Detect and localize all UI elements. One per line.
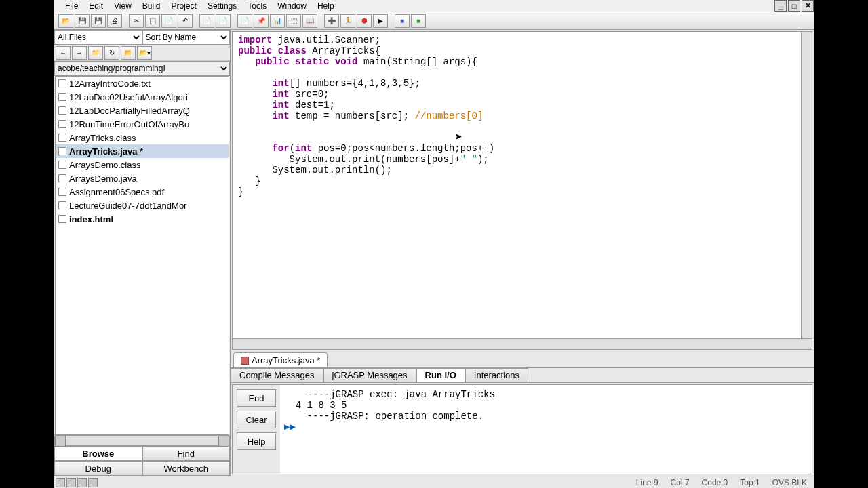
console-tab-jgrasp-messages[interactable]: jGRASP Messages — [323, 368, 416, 382]
nav-up-button[interactable]: 📁 — [88, 46, 103, 60]
path-select[interactable]: acobe/teaching/programmingI — [54, 61, 230, 76]
refresh-button[interactable]: ↻ — [104, 46, 119, 60]
clear-button[interactable]: Clear — [237, 411, 276, 428]
sq-green-button[interactable]: ■ — [411, 14, 426, 28]
file-name: ArrayTricks.java * — [69, 146, 143, 157]
file-icon — [58, 120, 66, 128]
file-filter-select[interactable]: All Files — [54, 30, 142, 45]
status-code: Code:0 — [702, 478, 728, 487]
print-button[interactable]: 🖨 — [107, 14, 122, 28]
uml-button[interactable]: ⬚ — [286, 14, 301, 28]
file-icon — [58, 188, 66, 196]
paste-button[interactable]: 📄 — [161, 14, 176, 28]
toolbar: 📂💾💾🖨✂📋📄↶📄📄📄📌📊⬚📖➕🏃⬢▶■■ — [54, 12, 814, 30]
file-item[interactable]: ArrayTricks.class — [56, 131, 229, 144]
end-button[interactable]: End — [237, 389, 276, 407]
file-name: index.html — [69, 214, 113, 224]
cut-button[interactable]: ✂ — [129, 14, 144, 28]
file-list: 12ArrayIntroCode.txt12LabDoc02UsefulArra… — [55, 76, 229, 435]
status-icon — [77, 478, 87, 487]
help-button[interactable]: Help — [237, 432, 276, 450]
sidebar-hscroll[interactable] — [54, 435, 230, 446]
new-button[interactable]: 📄 — [199, 14, 214, 28]
editor-vscroll[interactable] — [801, 32, 812, 338]
menu-build[interactable]: Build — [137, 1, 166, 11]
file-icon — [58, 215, 66, 223]
menu-tools[interactable]: Tools — [242, 1, 272, 11]
status-line: Line:9 — [636, 478, 658, 487]
file-name: 12RunTimeErrorOutOfArrayBo — [69, 119, 189, 129]
file-tab-label: ArrayTricks.java * — [252, 355, 320, 365]
file-icon — [58, 134, 66, 142]
menubar: FileEditViewBuildProjectSettingsToolsWin… — [54, 0, 814, 12]
status-icon — [56, 478, 65, 487]
file-item[interactable]: 12LabDocPartiallyFilledArrayQ — [56, 104, 229, 117]
file-name: ArraysDemo.class — [69, 160, 140, 170]
close-button[interactable]: ✕ — [802, 0, 814, 12]
plus-button[interactable]: ➕ — [324, 14, 339, 28]
menu-view[interactable]: View — [108, 1, 137, 11]
sort-select[interactable]: Sort By Name — [142, 30, 231, 45]
file-item[interactable]: ArraysDemo.java — [56, 171, 229, 185]
file-name: LectureGuide07-7dot1andMor — [69, 201, 186, 211]
stop-button[interactable]: ⬢ — [357, 14, 372, 28]
folder-dd-button[interactable]: 📂▾ — [137, 46, 152, 60]
sidebar-tab-debug[interactable]: Debug — [54, 461, 142, 476]
file-icon — [58, 93, 66, 101]
undo-button[interactable]: ↶ — [178, 14, 193, 28]
file-name: ArrayTricks.class — [69, 133, 136, 143]
doc-button[interactable]: 📄 — [237, 14, 252, 28]
file-item[interactable]: LectureGuide07-7dot1andMor — [56, 199, 229, 212]
status-top: Top:1 — [740, 478, 760, 487]
file-item[interactable]: 12LabDoc02UsefulArrayAlgori — [56, 90, 229, 104]
copy-button[interactable]: 📋 — [145, 14, 160, 28]
folder-button[interactable]: 📂 — [121, 46, 136, 60]
file-item[interactable]: ArrayTricks.java * — [56, 144, 229, 158]
save-button[interactable]: 💾 — [75, 14, 90, 28]
menu-window[interactable]: Window — [272, 1, 312, 11]
file-tab[interactable]: ArrayTricks.java * — [233, 352, 328, 367]
saveall-button[interactable]: 💾 — [91, 14, 106, 28]
chart-button[interactable]: 📊 — [270, 14, 285, 28]
menu-edit[interactable]: Edit — [83, 1, 108, 11]
java-file-icon — [241, 357, 249, 365]
minimize-button[interactable]: _ — [774, 0, 787, 12]
console-tab-run-i-o[interactable]: Run I/O — [416, 368, 465, 382]
file-name: 12LabDocPartiallyFilledArrayQ — [69, 106, 190, 116]
nav-fwd-button[interactable]: → — [72, 46, 87, 60]
file-item[interactable]: 12RunTimeErrorOutOfArrayBo — [56, 117, 229, 131]
file-item[interactable]: Assignment06Specs.pdf — [56, 185, 229, 199]
file-name: 12ArrayIntroCode.txt — [69, 79, 151, 89]
menu-help[interactable]: Help — [312, 1, 340, 11]
sidebar: All Files Sort By Name ← → 📁 ↻ 📂 📂▾ acob… — [54, 30, 231, 476]
maximize-button[interactable]: □ — [788, 0, 800, 12]
console-tab-compile-messages[interactable]: Compile Messages — [231, 368, 323, 382]
status-col: Col:7 — [671, 478, 690, 487]
statusbar: Line:9 Col:7 Code:0 Top:1 OVS BLK — [54, 476, 814, 488]
console-tab-interactions[interactable]: Interactions — [465, 368, 528, 382]
sidebar-tab-workbench[interactable]: Workbench — [142, 461, 231, 476]
open-button[interactable]: 📂 — [58, 14, 73, 28]
sq-blue-button[interactable]: ■ — [395, 14, 410, 28]
run-button[interactable]: 🏃 — [340, 14, 355, 28]
file-item[interactable]: 12ArrayIntroCode.txt — [56, 77, 229, 90]
newproj-button[interactable]: 📄 — [216, 14, 231, 28]
book-button[interactable]: 📖 — [302, 14, 317, 28]
console-output[interactable]: ----jGRASP exec: java ArrayTricks 4 1 8 … — [280, 385, 812, 474]
debug-button[interactable]: ▶ — [373, 14, 388, 28]
file-item[interactable]: index.html — [56, 212, 229, 226]
sidebar-tab-find[interactable]: Find — [142, 446, 231, 461]
editor-hscroll[interactable] — [233, 338, 812, 349]
menu-project[interactable]: Project — [166, 1, 202, 11]
file-item[interactable]: ArraysDemo.class — [56, 158, 229, 171]
nav-back-button[interactable]: ← — [56, 46, 71, 60]
sidebar-tab-browse[interactable]: Browse — [54, 446, 142, 461]
status-icon — [88, 478, 98, 487]
pin-button[interactable]: 📌 — [254, 14, 269, 28]
file-icon — [58, 147, 66, 155]
code-editor[interactable]: import java.util.Scanner;public class Ar… — [233, 32, 812, 338]
file-name: 12LabDoc02UsefulArrayAlgori — [69, 92, 188, 102]
menu-file[interactable]: File — [60, 1, 83, 11]
menu-settings[interactable]: Settings — [202, 1, 242, 11]
status-mode: OVS BLK — [772, 478, 807, 487]
